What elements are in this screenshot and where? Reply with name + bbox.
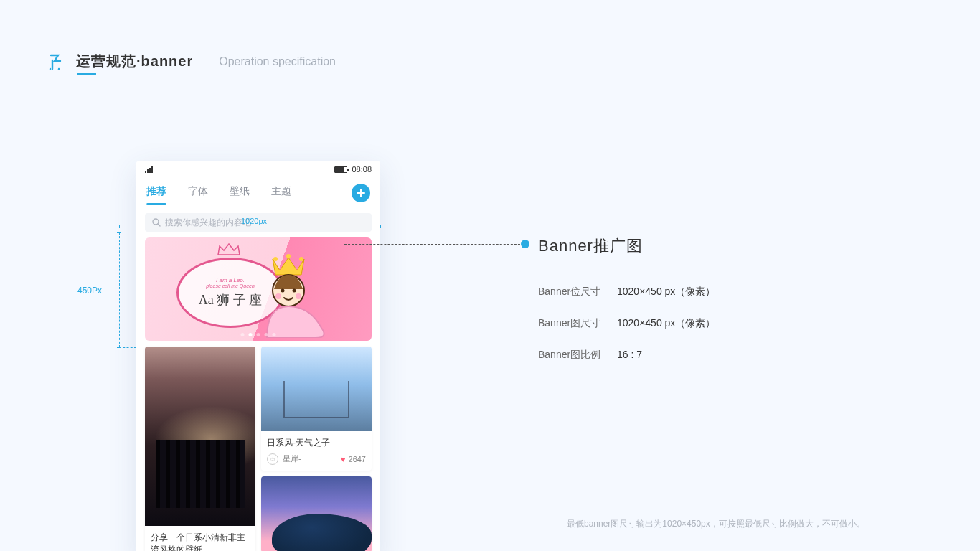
banner-line1: I am a Leo. xyxy=(216,277,245,283)
crown-outline-icon xyxy=(217,242,241,256)
svg-point-6 xyxy=(281,289,285,293)
card-image xyxy=(261,347,372,431)
svg-point-4 xyxy=(299,257,303,261)
title-underline xyxy=(77,73,96,75)
spec-row: Banner位尺寸 1020×450 px（像素） xyxy=(538,286,715,298)
card-title: 日系风-天气之子 xyxy=(261,431,372,451)
svg-point-3 xyxy=(286,254,291,258)
avatar-icon: ☺ xyxy=(267,453,278,465)
plus-icon xyxy=(356,188,366,198)
banner-line2: please call me Queen xyxy=(206,283,255,288)
status-time: 08:08 xyxy=(352,165,372,174)
page-title-en: Operation specification xyxy=(219,55,336,68)
tab-recommend[interactable]: 推荐 xyxy=(146,185,166,201)
svg-line-1 xyxy=(158,224,160,226)
statusbar: 08:08 xyxy=(136,161,380,177)
guide-bottom-stub xyxy=(119,347,136,348)
battery-icon xyxy=(334,166,347,173)
page-title-cn: 运营规范·banner xyxy=(76,52,193,71)
svg-point-2 xyxy=(273,257,278,261)
heart-icon: ♥ xyxy=(341,455,346,463)
brand-logo-icon xyxy=(47,53,65,70)
top-tabs: 推荐 字体 壁纸 主题 xyxy=(136,177,380,209)
card-likes: 2647 xyxy=(349,455,366,463)
spec-label: Banner图比例 xyxy=(538,349,617,362)
tick xyxy=(380,225,381,228)
svg-point-9 xyxy=(296,293,301,299)
phone-mock: 08:08 推荐 字体 壁纸 主题 搜索你感兴趣的内容吧 I am a Leo.… xyxy=(136,161,380,551)
card-meta: ☺ 星岸- ♥ 2647 xyxy=(261,451,372,471)
spec-row: Banner图尺寸 1020×450 px（像素） xyxy=(538,317,715,330)
tick xyxy=(119,225,120,228)
spec-heading: Banner推广图 xyxy=(538,235,715,257)
spec-row: Banner图比例 16 : 7 xyxy=(538,349,715,362)
banner-promo[interactable]: I am a Leo. please call me Queen Aa 狮 子 … xyxy=(145,237,372,341)
svg-point-8 xyxy=(275,293,281,299)
add-button[interactable] xyxy=(352,184,370,202)
dim-height-label: 450Px xyxy=(77,286,102,296)
feed-card-left[interactable]: 分享一个日系小清新非主流风格的壁纸 xyxy=(145,347,255,551)
tab-theme[interactable]: 主题 xyxy=(271,185,291,201)
svg-point-7 xyxy=(293,289,296,293)
princess-icon xyxy=(251,253,337,338)
connector-dot-icon xyxy=(521,240,529,248)
search-icon xyxy=(152,218,161,227)
signal-icon xyxy=(145,166,153,173)
spec-label: Banner位尺寸 xyxy=(538,286,617,298)
spec-value: 16 : 7 xyxy=(617,349,642,362)
card-image xyxy=(145,347,255,526)
card-user: 星岸- xyxy=(283,453,301,464)
spec-panel: Banner推广图 Banner位尺寸 1020×450 px（像素） Bann… xyxy=(538,235,715,362)
guide-left xyxy=(119,232,120,347)
connector-line xyxy=(344,244,524,245)
spec-value: 1020×450 px（像素） xyxy=(617,286,715,298)
tab-wallpaper[interactable]: 壁纸 xyxy=(230,185,250,201)
search-placeholder: 搜索你感兴趣的内容吧 xyxy=(165,217,251,229)
spec-label: Banner图尺寸 xyxy=(538,317,617,330)
footnote: 最低banner图尺寸输出为1020×450px，可按照最低尺寸比例做大，不可做… xyxy=(567,518,865,530)
page-header: 运营规范·banner Operation specification xyxy=(47,52,336,71)
card-title: 分享一个日系小清新非主流风格的壁纸 xyxy=(145,526,255,551)
card-image xyxy=(261,476,372,551)
feed: 分享一个日系小清新非主流风格的壁纸 日系风-天气之子 ☺ 星岸- ♥ 2647 xyxy=(136,341,380,551)
banner-pagination xyxy=(241,333,276,336)
search-input[interactable]: 搜索你感兴趣的内容吧 xyxy=(145,213,372,232)
feed-card-r2[interactable] xyxy=(261,476,372,551)
spec-value: 1020×450 px（像素） xyxy=(617,317,715,330)
tab-fonts[interactable]: 字体 xyxy=(188,185,208,201)
feed-card-r1[interactable]: 日系风-天气之子 ☺ 星岸- ♥ 2647 xyxy=(261,347,372,471)
tick xyxy=(117,232,121,233)
